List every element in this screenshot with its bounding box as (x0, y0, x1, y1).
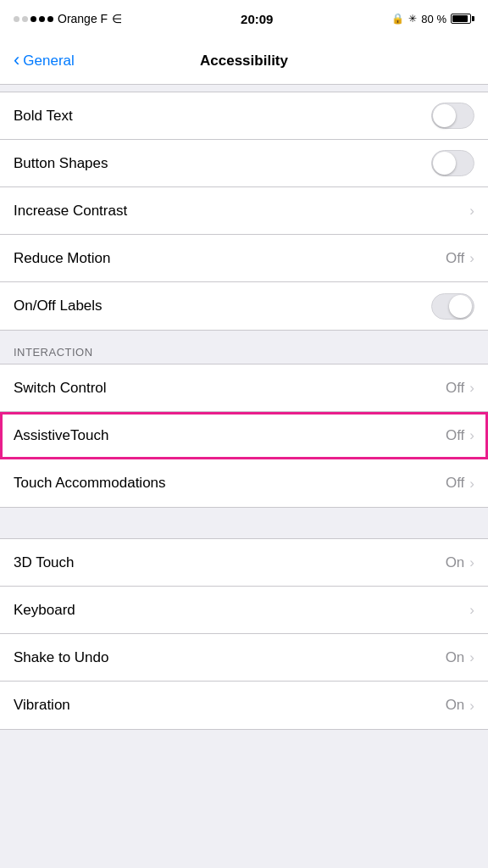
touch-accommodations-chevron: › (469, 476, 474, 491)
assistive-touch-label: AssistiveTouch (14, 427, 108, 444)
shake-undo-item[interactable]: Shake to Undo On › (0, 634, 488, 682)
signal-dot-5 (47, 16, 53, 22)
vibration-value: On (446, 697, 465, 714)
shake-undo-label: Shake to Undo (14, 649, 108, 666)
physical-section: 3D Touch On › Keyboard › Shake to Undo O… (0, 538, 488, 730)
signal-dot-2 (22, 16, 28, 22)
signal-dot-4 (39, 16, 45, 22)
onoff-labels-toggle[interactable] (431, 293, 474, 320)
button-shapes-right (431, 150, 474, 176)
shake-undo-value: On (446, 649, 465, 666)
reduce-motion-label: Reduce Motion (14, 250, 110, 267)
back-label: General (23, 53, 74, 70)
vision-section: Bold Text Button Shapes Increase Contras… (0, 92, 488, 331)
reduce-motion-right: Off › (446, 250, 474, 267)
increase-contrast-right: › (469, 203, 474, 218)
3d-touch-item[interactable]: 3D Touch On › (0, 539, 488, 587)
switch-control-item[interactable]: Switch Control Off › (0, 364, 488, 412)
status-left: Orange F ∈ (14, 12, 122, 25)
bold-text-label: Bold Text (14, 108, 73, 125)
bluetooth-icon: ✳ (408, 13, 417, 25)
keyboard-label: Keyboard (14, 602, 75, 619)
button-shapes-item[interactable]: Button Shapes (0, 140, 488, 187)
3d-touch-value: On (446, 554, 465, 571)
vibration-item[interactable]: Vibration On › (0, 682, 488, 729)
keyboard-chevron: › (469, 603, 474, 617)
button-shapes-label: Button Shapes (14, 155, 108, 172)
shake-undo-right: On › (446, 649, 474, 666)
touch-accommodations-item[interactable]: Touch Accommodations Off › (0, 459, 488, 507)
onoff-labels-toggle-knob (449, 295, 472, 318)
interaction-section-header: INTERACTION (0, 331, 488, 364)
bold-text-right (431, 103, 474, 129)
onoff-labels-label: On/Off Labels (14, 298, 103, 314)
switch-control-right: Off › (446, 380, 474, 397)
switch-control-value: Off (446, 380, 464, 397)
vibration-label: Vibration (14, 697, 70, 714)
keyboard-right: › (469, 603, 474, 617)
reduce-motion-value: Off (446, 250, 464, 267)
lock-icon: 🔒 (391, 13, 404, 25)
section-gap-middle (0, 508, 488, 538)
touch-accommodations-right: Off › (446, 475, 474, 492)
3d-touch-right: On › (446, 554, 474, 571)
3d-touch-chevron: › (469, 555, 474, 570)
onoff-labels-item[interactable]: On/Off Labels (0, 282, 488, 330)
button-shapes-toggle[interactable] (431, 150, 474, 176)
assistive-touch-right: Off › (446, 427, 474, 444)
back-chevron-icon: ‹ (14, 51, 19, 70)
assistive-touch-value: Off (446, 427, 464, 444)
increase-contrast-item[interactable]: Increase Contrast › (0, 187, 488, 235)
onoff-labels-right (431, 293, 474, 320)
navigation-bar: ‹ General Accessibility (0, 37, 488, 85)
bold-text-toggle[interactable] (431, 103, 474, 129)
status-time: 20:09 (241, 12, 273, 26)
bold-text-toggle-knob (433, 104, 456, 127)
battery-percent: 80 % (421, 13, 446, 25)
signal-dots (14, 16, 53, 22)
carrier-label: Orange F (58, 12, 108, 25)
touch-accommodations-label: Touch Accommodations (14, 475, 166, 492)
assistive-touch-item[interactable]: AssistiveTouch Off › (0, 412, 488, 459)
back-button[interactable]: ‹ General (14, 53, 75, 70)
signal-dot-3 (30, 16, 36, 22)
reduce-motion-item[interactable]: Reduce Motion Off › (0, 235, 488, 282)
3d-touch-label: 3D Touch (14, 554, 75, 571)
shake-undo-chevron: › (469, 650, 474, 665)
battery-icon (451, 14, 474, 24)
page-title: Accessibility (200, 53, 288, 70)
vibration-right: On › (446, 697, 474, 714)
section-gap-top (0, 85, 488, 92)
button-shapes-toggle-knob (433, 152, 456, 175)
status-bar: Orange F ∈ 20:09 🔒 ✳ 80 % (0, 0, 488, 37)
vibration-chevron: › (469, 698, 474, 713)
touch-accommodations-value: Off (446, 475, 464, 492)
increase-contrast-chevron: › (469, 203, 474, 218)
status-right: 🔒 ✳ 80 % (391, 13, 474, 25)
switch-control-label: Switch Control (14, 380, 107, 397)
keyboard-item[interactable]: Keyboard › (0, 587, 488, 634)
increase-contrast-label: Increase Contrast (14, 203, 127, 220)
reduce-motion-chevron: › (469, 251, 474, 265)
interaction-section: Switch Control Off › AssistiveTouch Off … (0, 364, 488, 508)
assistive-touch-chevron: › (469, 428, 474, 442)
switch-control-chevron: › (469, 381, 474, 395)
bold-text-item[interactable]: Bold Text (0, 92, 488, 140)
signal-dot-1 (14, 16, 19, 22)
wifi-icon: ∈ (112, 12, 122, 25)
